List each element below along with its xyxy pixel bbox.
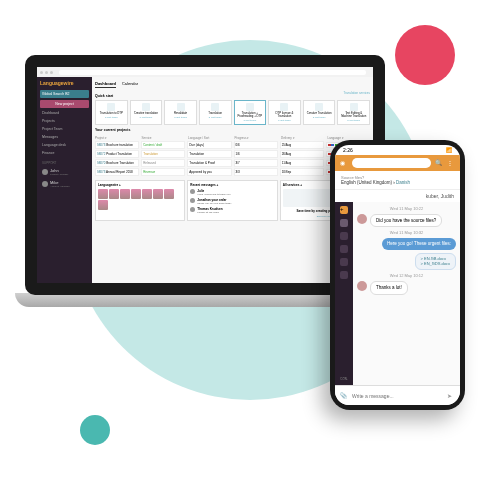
browser-chrome xyxy=(37,67,373,77)
date-divider: Wed 12 May 10:12 xyxy=(357,273,456,278)
services-link[interactable]: Translation services xyxy=(343,91,370,100)
chat-bubble: Thanks a lot! xyxy=(370,281,408,294)
avatar xyxy=(357,281,367,291)
phone-device: 2:26 📶 ◉ 🔍 ⋮ Source files? English (Unit… xyxy=(330,140,465,410)
message-input[interactable] xyxy=(352,393,443,399)
chat-bubble: Did you have the source files? xyxy=(370,214,442,227)
quickstart-heading: Quick start xyxy=(95,94,113,98)
nav-team[interactable]: Project Team xyxy=(40,126,89,132)
chat-area: Wed 11 May 10:22 Did you have the source… xyxy=(353,202,460,385)
date-divider: Wed 11 May 10:22 xyxy=(357,206,456,211)
avatar[interactable] xyxy=(142,189,152,199)
signal-icon: 📶 xyxy=(446,147,452,153)
avatar xyxy=(357,214,367,224)
card-icon xyxy=(211,103,219,111)
messages-panel: Recent messages + JulieHello I would lik… xyxy=(187,180,277,221)
avatar[interactable] xyxy=(131,189,141,199)
service-card[interactable]: Translation to DTP5 last times xyxy=(95,100,128,125)
search-icon[interactable]: 🔍 xyxy=(435,159,443,167)
rail-icon[interactable] xyxy=(340,219,348,227)
brand-logo: Languagewire xyxy=(40,80,89,86)
service-card[interactable]: Revalidate2 last times xyxy=(164,100,197,125)
contact-name: kuber, Judith xyxy=(335,190,460,202)
avatar[interactable] xyxy=(98,200,108,210)
service-card[interactable]: DTP license & Translation3 last times xyxy=(268,100,301,125)
workspace-selector[interactable]: Global Search B2 xyxy=(40,90,89,98)
service-card[interactable]: Creative Translation2 last times xyxy=(303,100,336,125)
card-icon xyxy=(315,103,323,111)
attachment-bubble[interactable]: > EN.GB.docx> EN_GDS.docx xyxy=(415,253,456,271)
tab-calendar[interactable]: Calendar xyxy=(122,80,138,88)
sidebar-section: SUPPORT xyxy=(40,161,89,165)
avatar[interactable] xyxy=(164,189,174,199)
nav-finance[interactable]: Finance xyxy=(40,150,89,156)
support-user[interactable]: JohnProject Manager xyxy=(40,167,89,177)
menu-icon[interactable]: ⋮ xyxy=(447,159,455,167)
projects-heading: Your current projects xyxy=(95,128,370,132)
message-composer: 📎 ➤ xyxy=(335,385,460,405)
table-row[interactable]: 98073 Brochure translationContent / draf… xyxy=(95,141,370,149)
chat-bubble: Here you go! These urgent files: xyxy=(382,238,456,249)
support-user[interactable]: MikeAccount Manager xyxy=(40,179,89,189)
sidebar: Languagewire Global Search B2 New projec… xyxy=(37,77,92,283)
card-icon xyxy=(246,103,254,111)
rail-icon[interactable] xyxy=(340,232,348,240)
url-bar[interactable] xyxy=(59,70,366,75)
nav-dashboard[interactable]: Dashboard xyxy=(40,110,89,116)
avatar[interactable] xyxy=(153,189,163,199)
nav-messages[interactable]: Messages xyxy=(40,134,89,140)
message-item[interactable]: JulieHello I would like to thank you xyxy=(190,189,274,196)
attach-icon[interactable]: 📎 xyxy=(340,392,348,400)
send-icon[interactable]: ➤ xyxy=(447,392,455,400)
avatar xyxy=(190,198,195,203)
rail-add-icon[interactable]: + xyxy=(340,206,348,214)
service-card[interactable]: Creative translation3 last times xyxy=(130,100,163,125)
table-row[interactable]: 98070 Brochure TranslationReleasedTransl… xyxy=(95,159,370,167)
avatar xyxy=(190,189,195,194)
card-icon xyxy=(142,103,150,111)
status-bar: 2:26 📶 xyxy=(335,145,460,155)
avatar[interactable] xyxy=(109,189,119,199)
card-icon xyxy=(177,103,185,111)
mobile-header: ◉ 🔍 ⋮ xyxy=(335,155,460,171)
message-item[interactable]: Jonathan your orderThank you for your or… xyxy=(190,198,274,205)
new-project-button[interactable]: New project xyxy=(40,100,89,108)
service-card[interactable]: Text Editing & Machine Translation2 last… xyxy=(337,100,370,125)
message-item[interactable]: Thomas KnudsenPlease let me know xyxy=(190,207,274,214)
service-card[interactable]: Translation + Proofreading + DTP3 last t… xyxy=(234,100,267,125)
card-icon xyxy=(350,103,358,111)
search-input[interactable] xyxy=(352,158,431,168)
date-divider: Wed 11 May 10:32 xyxy=(357,230,456,235)
avatar xyxy=(42,169,48,175)
rail-label: CON. xyxy=(340,377,348,381)
card-icon xyxy=(280,103,288,111)
avatar[interactable] xyxy=(98,189,108,199)
rail-icon[interactable] xyxy=(340,271,348,279)
rail-icon[interactable] xyxy=(340,245,348,253)
nav-projects[interactable]: Projects xyxy=(40,118,89,124)
logo-icon: ◉ xyxy=(340,159,348,167)
table-row[interactable]: 98072 Product TranslationTranslationTran… xyxy=(95,150,370,158)
avatar[interactable] xyxy=(120,189,130,199)
card-icon xyxy=(107,103,115,111)
service-card[interactable]: Translation5 last times xyxy=(199,100,232,125)
table-row[interactable]: 98073 Annual Report 2018RevenueApproved … xyxy=(95,168,370,176)
context-bar[interactable]: Source files? English (United Kingdom) ›… xyxy=(335,171,460,190)
table-header: Project ▾ServiceLanguage / SortProgress … xyxy=(95,136,370,140)
nav-language[interactable]: Language desk xyxy=(40,142,89,148)
team-panel: Languagewire + xyxy=(95,180,185,221)
avatar xyxy=(42,181,48,187)
avatar xyxy=(190,207,195,212)
rail-icon[interactable] xyxy=(340,258,348,266)
mobile-rail: + CON. xyxy=(335,202,353,385)
tab-dashboard[interactable]: Dashboard xyxy=(95,80,116,88)
